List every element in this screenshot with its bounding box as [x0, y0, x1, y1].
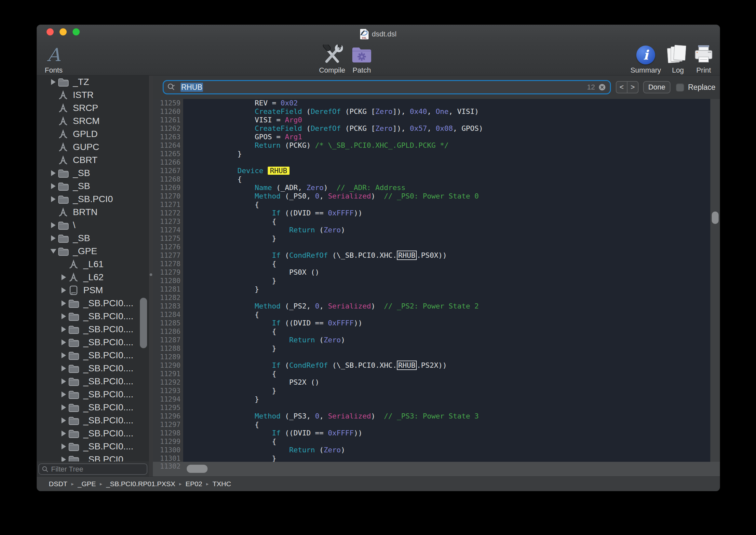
tree-item-label: _GPE	[73, 246, 97, 256]
disclosure-triangle-icon[interactable]	[60, 352, 68, 358]
title-bar: DSL dsdt.dsl	[37, 25, 720, 43]
fonts-button[interactable]: A Fonts	[41, 44, 66, 74]
disclosure-triangle-icon[interactable]	[50, 235, 57, 241]
editor-horizontal-scrollbar[interactable]: 11302	[153, 462, 720, 476]
find-input[interactable]: RHUB 12	[163, 80, 611, 94]
disclosure-triangle-icon[interactable]	[60, 274, 68, 280]
code-text: }	[183, 277, 276, 285]
disclosure-triangle-icon[interactable]	[60, 287, 68, 293]
disclosure-triangle-icon[interactable]	[60, 379, 68, 384]
disclosure-triangle-icon[interactable]	[60, 405, 68, 410]
line-number: 11299	[153, 437, 183, 446]
tree-item-_sbpci0[interactable]: _SB.PCI0....	[37, 349, 149, 362]
tree-item-_sbpci0[interactable]: _SB.PCI0....	[37, 310, 149, 323]
filter-tree-input[interactable]: Filter Tree	[39, 464, 148, 475]
search-menu-icon[interactable]	[168, 83, 177, 91]
clear-search-icon[interactable]	[598, 83, 606, 91]
code-text: {	[183, 175, 242, 183]
code-text	[183, 243, 186, 251]
code-line: 11288 }	[153, 344, 710, 353]
disclosure-triangle-icon[interactable]	[60, 365, 68, 371]
tree-item-_sbpci0[interactable]: _SB.PCI0....	[37, 362, 149, 375]
info-icon: i	[636, 45, 655, 65]
code-line: 11272 If ((DVID == 0xFFFF))	[153, 209, 710, 217]
disclosure-triangle-icon[interactable]	[60, 443, 68, 449]
tree-item-_sbpci0[interactable]: _SB.PCI0....	[37, 401, 149, 414]
tree-item-_sbpci0[interactable]: _SB.PCI0....	[37, 336, 149, 349]
breadcrumb-segment[interactable]: EP02	[185, 480, 202, 488]
folder-icon	[68, 325, 80, 334]
vertical-scroll-thumb[interactable]	[712, 211, 718, 224]
breadcrumb-segment[interactable]: _GPE	[78, 480, 96, 488]
tree-item-_sb[interactable]: _SB	[37, 167, 149, 180]
disclosure-triangle-icon[interactable]	[50, 183, 57, 189]
code-line: 11298 If ((DVID == 0xFFFF))	[153, 429, 710, 437]
disclosure-triangle-icon[interactable]	[50, 79, 57, 85]
disclosure-triangle-icon[interactable]	[50, 196, 57, 202]
breadcrumb-segment[interactable]: _SB.PCI0.RP01.PXSX	[106, 480, 175, 488]
find-previous-button[interactable]: <	[616, 82, 628, 93]
tree-item-gpld[interactable]: GPLD	[37, 127, 149, 141]
replace-label: Replace	[688, 81, 716, 94]
tree-item-cbrt[interactable]: CBRT	[37, 154, 149, 167]
tree-item-_sbpci0[interactable]: _SB.PCI0	[37, 193, 149, 206]
tree-item-_sbpci0[interactable]: _SB.PCI0	[37, 453, 149, 462]
code-line: 11297 {	[153, 420, 710, 429]
tree-item-_gpe[interactable]: _GPE	[37, 245, 149, 258]
tree-item-[interactable]: \	[37, 219, 149, 232]
code-line: 11291 {	[153, 370, 710, 378]
patch-button[interactable]: Patch	[350, 44, 374, 74]
disclosure-triangle-icon[interactable]	[60, 339, 68, 345]
tree-item-_sbpci0[interactable]: _SB.PCI0....	[37, 388, 149, 401]
method-icon	[57, 103, 69, 113]
code-editor[interactable]: 11259 REV = 0x0211260 CreateField (Deref…	[153, 99, 710, 462]
breadcrumb-segment[interactable]: TXHC	[212, 480, 231, 488]
horizontal-scroll-thumb[interactable]	[187, 465, 207, 473]
tree-item-srcm[interactable]: SRCM	[37, 115, 149, 127]
folder-icon	[68, 299, 80, 308]
breadcrumb-segment[interactable]: DSDT	[49, 480, 68, 488]
log-button[interactable]: Log	[667, 44, 688, 74]
tree-item-psm[interactable]: PSM	[37, 284, 149, 297]
find-next-button[interactable]: >	[628, 82, 638, 93]
screen: DSL dsdt.dsl A Fonts	[0, 0, 756, 535]
disclosure-triangle-icon[interactable]	[50, 222, 57, 228]
disclosure-triangle-icon[interactable]	[60, 417, 68, 423]
replace-checkbox[interactable]	[676, 83, 684, 92]
code-line: 11292 PS2X ()	[153, 378, 710, 387]
disclosure-triangle-icon[interactable]	[60, 391, 68, 397]
tree-item-_sbpci0[interactable]: _SB.PCI0....	[37, 323, 149, 336]
tree-item-_l61[interactable]: _L61	[37, 258, 149, 271]
summary-button[interactable]: i Summary	[627, 44, 664, 74]
code-text: {	[183, 201, 259, 209]
tree-item-brtn[interactable]: BRTN	[37, 206, 149, 219]
log-label: Log	[672, 66, 684, 74]
tree-item-_tz[interactable]: _TZ	[37, 75, 149, 89]
split-divider[interactable]	[149, 75, 153, 476]
tree-item-istr[interactable]: ISTR	[37, 89, 149, 101]
tree-item-_sbpci0[interactable]: _SB.PCI0....	[37, 427, 149, 440]
disclosure-triangle-icon[interactable]	[50, 249, 57, 254]
tree-item-srcp[interactable]: SRCP	[37, 101, 149, 115]
print-button[interactable]: Print	[691, 44, 716, 74]
acpi-tree[interactable]: _TZISTRSRCPSRCMGPLDGUPCCBRT_SB_SB_SB.PCI…	[37, 75, 149, 462]
tree-item-_sb[interactable]: _SB	[37, 180, 149, 193]
disclosure-triangle-icon[interactable]	[60, 457, 68, 462]
disclosure-triangle-icon[interactable]	[50, 170, 57, 176]
tree-item-_sb[interactable]: _SB	[37, 232, 149, 245]
tree-item-_sbpci0[interactable]: _SB.PCI0....	[37, 375, 149, 388]
sidebar-scrollbar-thumb[interactable]	[140, 298, 147, 348]
tree-item-_sbpci0[interactable]: _SB.PCI0....	[37, 414, 149, 427]
code-text: {	[183, 327, 276, 336]
tree-item-gupc[interactable]: GUPC	[37, 141, 149, 154]
disclosure-triangle-icon[interactable]	[60, 300, 68, 306]
disclosure-triangle-icon[interactable]	[60, 431, 68, 436]
tree-item-_sbpci0[interactable]: _SB.PCI0....	[37, 440, 149, 453]
editor-vertical-scrollbar[interactable]	[710, 99, 720, 462]
done-button[interactable]: Done	[643, 81, 670, 94]
disclosure-triangle-icon[interactable]	[60, 313, 68, 319]
tree-item-_sbpci0[interactable]: _SB.PCI0....	[37, 297, 149, 310]
disclosure-triangle-icon[interactable]	[60, 326, 68, 332]
compile-button[interactable]: Compile	[316, 44, 348, 74]
tree-item-_l62[interactable]: _L62	[37, 271, 149, 284]
